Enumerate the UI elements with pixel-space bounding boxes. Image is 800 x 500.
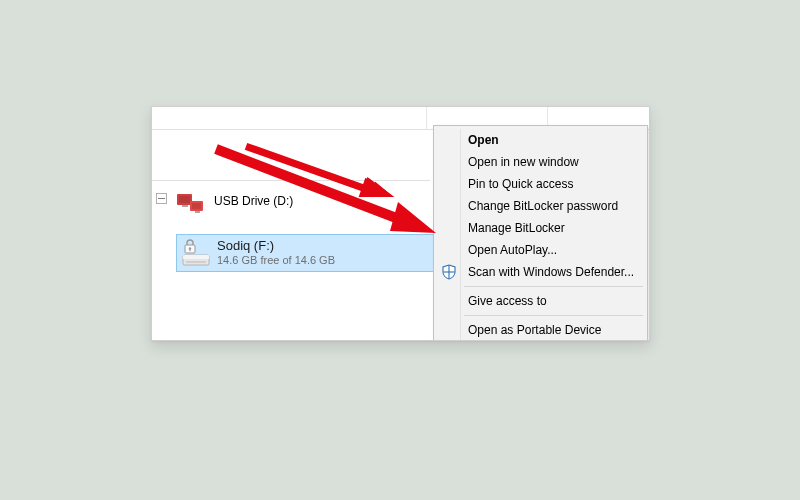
menu-item-open-autoplay[interactable]: Open AutoPlay... (436, 239, 645, 261)
defender-shield-icon (441, 264, 457, 280)
menu-label-open-portable-device: Open as Portable Device (468, 323, 601, 337)
svg-rect-8 (186, 261, 206, 263)
drive-context-menu: Open Open in new window Pin to Quick acc… (433, 125, 648, 341)
explorer-window: USB Drive (D:) Sodiq (F:) 14.6 GB free o… (151, 106, 650, 341)
region-divider (152, 180, 430, 181)
svg-rect-2 (182, 205, 188, 207)
svg-rect-1 (179, 196, 190, 203)
menu-label-pin-quick-access: Pin to Quick access (468, 177, 573, 191)
menu-label-open: Open (468, 133, 499, 147)
menu-item-change-bitlocker-password[interactable]: Change BitLocker password (436, 195, 645, 217)
menu-separator-1 (464, 286, 643, 287)
svg-rect-7 (183, 255, 209, 259)
drive-f-label: Sodiq (F:) (217, 238, 274, 253)
tree-expand-toggle[interactable] (156, 193, 167, 204)
drive-item-usb-d[interactable]: USB Drive (D:) (176, 189, 428, 217)
drive-item-sodiq-f[interactable]: Sodiq (F:) 14.6 GB free of 14.6 GB (176, 234, 434, 272)
menu-label-manage-bitlocker: Manage BitLocker (468, 221, 565, 235)
menu-label-open-autoplay: Open AutoPlay... (468, 243, 557, 257)
menu-item-give-access-to[interactable]: Give access to (436, 290, 645, 312)
menu-label-give-access-to: Give access to (468, 294, 547, 308)
menu-item-open-new-window[interactable]: Open in new window (436, 151, 645, 173)
menu-item-pin-quick-access[interactable]: Pin to Quick access (436, 173, 645, 195)
menu-item-open[interactable]: Open (436, 129, 645, 151)
menu-separator-2 (464, 315, 643, 316)
drive-d-label: USB Drive (D:) (214, 194, 293, 208)
menu-item-manage-bitlocker[interactable]: Manage BitLocker (436, 217, 645, 239)
drive-f-subtext: 14.6 GB free of 14.6 GB (217, 254, 335, 266)
locked-drive-icon (181, 239, 213, 269)
menu-item-scan-defender[interactable]: Scan with Windows Defender... (436, 261, 645, 283)
usb-drive-icon (176, 191, 208, 215)
menu-label-open-new-window: Open in new window (468, 155, 579, 169)
svg-rect-11 (189, 249, 190, 251)
svg-rect-5 (195, 211, 200, 213)
menu-label-scan-defender: Scan with Windows Defender... (468, 265, 634, 279)
menu-label-change-bitlocker-pw: Change BitLocker password (468, 199, 618, 213)
svg-rect-4 (192, 203, 201, 209)
menu-item-open-portable-device[interactable]: Open as Portable Device (436, 319, 645, 341)
